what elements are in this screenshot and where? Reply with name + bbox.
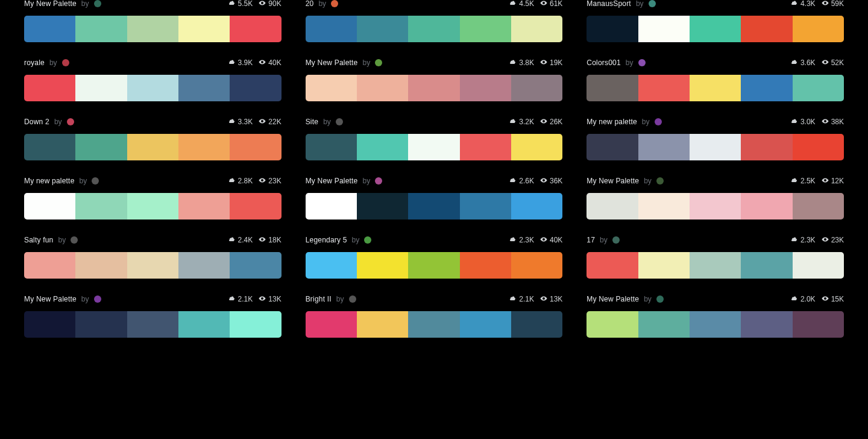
palette-card[interactable]: 17by2.3K23K xyxy=(587,236,844,279)
color-swatch[interactable] xyxy=(230,252,281,279)
palette-swatches[interactable] xyxy=(587,252,844,279)
color-swatch[interactable] xyxy=(408,75,459,101)
palette-card[interactable]: Salty funby2.4K18K xyxy=(24,236,281,279)
color-swatch[interactable] xyxy=(460,134,511,160)
palette-card[interactable]: My New Paletteby3.8K19K xyxy=(306,59,563,101)
color-swatch[interactable] xyxy=(793,193,844,220)
color-swatch[interactable] xyxy=(587,193,638,220)
palette-title[interactable]: My New Palette xyxy=(587,177,639,185)
color-swatch[interactable] xyxy=(306,311,357,338)
author-avatar[interactable] xyxy=(94,295,101,303)
color-swatch[interactable] xyxy=(230,311,281,338)
palette-title[interactable]: royale xyxy=(24,58,45,67)
color-swatch[interactable] xyxy=(587,134,638,160)
color-swatch[interactable] xyxy=(511,16,562,42)
palette-card[interactable]: Bright IIby2.1K13K xyxy=(306,295,563,338)
color-swatch[interactable] xyxy=(127,193,178,220)
palette-title[interactable]: Colors001 xyxy=(587,58,621,67)
palette-card[interactable]: My New Paletteby2.1K13K xyxy=(24,295,281,338)
color-swatch[interactable] xyxy=(638,311,690,338)
color-swatch[interactable] xyxy=(793,252,844,279)
color-swatch[interactable] xyxy=(306,16,357,42)
color-swatch[interactable] xyxy=(357,311,408,338)
color-swatch[interactable] xyxy=(460,252,511,279)
palette-swatches[interactable] xyxy=(24,311,281,338)
color-swatch[interactable] xyxy=(127,311,178,338)
color-swatch[interactable] xyxy=(460,16,511,42)
color-swatch[interactable] xyxy=(690,134,741,160)
color-swatch[interactable] xyxy=(511,193,562,220)
palette-card[interactable]: Down 2by3.3K22K xyxy=(24,118,281,160)
palette-swatches[interactable] xyxy=(24,252,281,279)
color-swatch[interactable] xyxy=(511,311,562,338)
palette-title[interactable]: My New Palette xyxy=(587,295,639,303)
color-swatch[interactable] xyxy=(127,134,178,160)
author-avatar[interactable] xyxy=(92,177,99,185)
author-avatar[interactable] xyxy=(62,59,69,66)
color-swatch[interactable] xyxy=(306,75,357,101)
author-avatar[interactable] xyxy=(638,59,646,66)
palette-card[interactable]: My New Paletteby5.5K90K xyxy=(24,0,281,42)
palette-swatches[interactable] xyxy=(587,75,844,101)
color-swatch[interactable] xyxy=(690,16,741,42)
palette-title[interactable]: My new palette xyxy=(24,177,75,185)
color-swatch[interactable] xyxy=(408,193,459,220)
color-swatch[interactable] xyxy=(24,252,75,279)
color-swatch[interactable] xyxy=(793,75,844,101)
palette-swatches[interactable] xyxy=(587,16,844,42)
color-swatch[interactable] xyxy=(357,16,408,42)
palette-card[interactable]: Colors001by3.6K52K xyxy=(587,59,844,101)
palette-swatches[interactable] xyxy=(24,75,281,101)
color-swatch[interactable] xyxy=(178,252,230,279)
color-swatch[interactable] xyxy=(741,193,792,220)
palette-swatches[interactable] xyxy=(24,16,281,42)
color-swatch[interactable] xyxy=(793,16,844,42)
color-swatch[interactable] xyxy=(306,134,357,160)
color-swatch[interactable] xyxy=(638,75,690,101)
color-swatch[interactable] xyxy=(741,16,792,42)
color-swatch[interactable] xyxy=(793,311,844,338)
color-swatch[interactable] xyxy=(357,252,408,279)
color-swatch[interactable] xyxy=(357,134,408,160)
color-swatch[interactable] xyxy=(741,134,792,160)
color-swatch[interactable] xyxy=(690,193,741,220)
color-swatch[interactable] xyxy=(408,252,459,279)
color-swatch[interactable] xyxy=(178,311,230,338)
color-swatch[interactable] xyxy=(230,75,281,101)
color-swatch[interactable] xyxy=(408,311,459,338)
palette-card[interactable]: royaleby3.9K40K xyxy=(24,59,281,101)
palette-swatches[interactable] xyxy=(306,252,563,279)
color-swatch[interactable] xyxy=(638,193,690,220)
author-avatar[interactable] xyxy=(649,0,656,7)
color-swatch[interactable] xyxy=(75,252,127,279)
color-swatch[interactable] xyxy=(587,16,638,42)
color-swatch[interactable] xyxy=(741,311,792,338)
palette-card[interactable]: My New Paletteby2.0K15K xyxy=(587,295,844,338)
palette-title[interactable]: Bright II xyxy=(306,295,332,303)
color-swatch[interactable] xyxy=(306,252,357,279)
palette-swatches[interactable] xyxy=(24,134,281,160)
palette-title[interactable]: Site xyxy=(306,118,318,126)
color-swatch[interactable] xyxy=(230,193,281,220)
author-avatar[interactable] xyxy=(336,118,343,125)
author-avatar[interactable] xyxy=(331,0,338,7)
palette-card[interactable]: ManausSportby4.3K59K xyxy=(587,0,844,42)
palette-swatches[interactable] xyxy=(306,16,563,42)
palette-title[interactable]: 20 xyxy=(306,0,314,8)
author-avatar[interactable] xyxy=(612,236,620,244)
palette-card[interactable]: My new paletteby2.8K23K xyxy=(24,177,281,220)
palette-card[interactable]: My new paletteby3.0K38K xyxy=(587,118,844,160)
color-swatch[interactable] xyxy=(460,311,511,338)
color-swatch[interactable] xyxy=(587,75,638,101)
palette-swatches[interactable] xyxy=(306,311,563,338)
color-swatch[interactable] xyxy=(178,75,230,101)
color-swatch[interactable] xyxy=(127,75,178,101)
palette-title[interactable]: My New Palette xyxy=(24,0,77,8)
color-swatch[interactable] xyxy=(638,134,690,160)
color-swatch[interactable] xyxy=(690,252,741,279)
color-swatch[interactable] xyxy=(408,134,459,160)
color-swatch[interactable] xyxy=(357,193,408,220)
palette-title[interactable]: My new palette xyxy=(587,118,637,126)
color-swatch[interactable] xyxy=(408,16,459,42)
color-swatch[interactable] xyxy=(178,16,230,42)
